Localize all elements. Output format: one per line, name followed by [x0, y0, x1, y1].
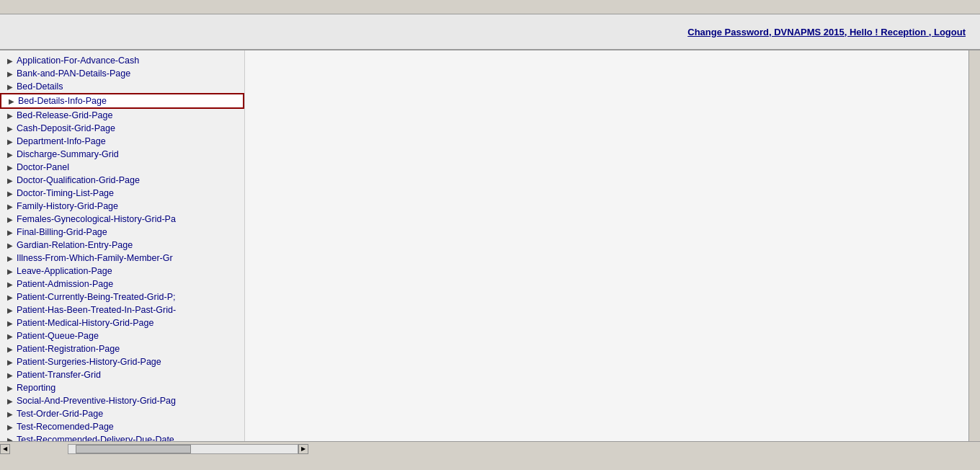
sidebar-item-test-recommended-delivery-due-date[interactable]: ▶Test-Recommended-Delivery-Due-Date [0, 433, 244, 441]
sidebar-item-test-recomended-page[interactable]: ▶Test-Recomended-Page [0, 420, 244, 433]
chevron-right-icon: ▶ [7, 57, 13, 65]
chevron-right-icon: ▶ [7, 83, 13, 91]
chevron-right-icon: ▶ [7, 125, 13, 133]
sidebar-item-label: Reporting [17, 383, 55, 393]
sidebar-item-department-info-page[interactable]: ▶Department-Info-Page [0, 135, 244, 148]
sidebar-item-label: Application-For-Advance-Cash [17, 56, 139, 66]
sidebar-item-test-order-grid-page[interactable]: ▶Test-Order-Grid-Page [0, 407, 244, 420]
bottom-scrollbar: ◀ ▶ [0, 441, 980, 456]
sidebar: ▶Application-For-Advance-Cash▶Bank-and-P… [0, 50, 245, 441]
sidebar-item-label: Patient-Registration-Page [17, 344, 120, 354]
horizontal-scrollbar-thumb[interactable] [76, 445, 191, 453]
sidebar-item-label: Department-Info-Page [17, 136, 106, 146]
chevron-right-icon: ▶ [7, 229, 13, 236]
header-links[interactable]: Change Password, DVNAPMS 2015, Hello ! R… [687, 27, 966, 37]
chevron-right-icon: ▶ [7, 436, 13, 442]
chevron-right-icon: ▶ [7, 203, 13, 210]
chevron-right-icon: ▶ [7, 423, 13, 431]
main-area: ▶Application-For-Advance-Cash▶Bank-and-P… [0, 50, 980, 441]
sidebar-item-females-gynecological-history-grid-page[interactable]: ▶Females-Gynecological-History-Grid-Pa [0, 213, 244, 226]
sidebar-item-label: Doctor-Qualification-Grid-Page [17, 175, 140, 185]
sidebar-item-family-history-grid-page[interactable]: ▶Family-History-Grid-Page [0, 200, 244, 213]
sidebar-item-gardian-relation-entry-page[interactable]: ▶Gardian-Relation-Entry-Page [0, 239, 244, 252]
sidebar-item-label: Test-Recommended-Delivery-Due-Date [17, 435, 174, 441]
scroll-right-arrow[interactable]: ▶ [298, 444, 308, 454]
sidebar-item-label: Patient-Queue-Page [17, 331, 99, 341]
horizontal-scrollbar-track[interactable] [68, 444, 298, 454]
sidebar-item-cash-deposit-grid-page[interactable]: ▶Cash-Deposit-Grid-Page [0, 122, 244, 135]
chevron-right-icon: ▶ [7, 70, 13, 78]
sidebar-item-label: Family-History-Grid-Page [17, 201, 118, 211]
chevron-right-icon: ▶ [7, 177, 13, 185]
sidebar-item-discharge-summary-grid[interactable]: ▶Discharge-Summary-Grid [0, 148, 244, 161]
chevron-right-icon: ▶ [7, 293, 13, 301]
chevron-right-icon: ▶ [7, 138, 13, 146]
chevron-right-icon: ▶ [7, 164, 13, 172]
sidebar-item-label: Patient-Currently-Being-Treated-Grid-P; [17, 292, 175, 302]
chevron-right-icon: ▶ [7, 371, 13, 379]
chevron-right-icon: ▶ [7, 216, 13, 223]
sidebar-item-bank-and-pan-details-page[interactable]: ▶Bank-and-PAN-Details-Page [0, 67, 244, 80]
sidebar-item-label: Bed-Release-Grid-Page [17, 110, 112, 120]
chevron-right-icon: ▶ [7, 358, 13, 366]
sidebar-item-patient-admission-page[interactable]: ▶Patient-Admission-Page [0, 278, 244, 291]
scroll-left-arrow[interactable]: ◀ [0, 444, 10, 454]
sidebar-item-label: Bed-Details-Info-Page [18, 96, 107, 106]
sidebar-item-label: Discharge-Summary-Grid [17, 149, 119, 159]
sidebar-item-patient-medical-history-grid-page[interactable]: ▶Patient-Medical-History-Grid-Page [0, 316, 244, 329]
content-area [245, 50, 968, 441]
header-bar: Change Password, DVNAPMS 2015, Hello ! R… [0, 14, 980, 50]
sidebar-item-doctor-timing-list-page[interactable]: ▶Doctor-Timing-List-Page [0, 187, 244, 200]
right-scrollbar[interactable] [968, 50, 980, 441]
sidebar-item-label: Patient-Surgeries-History-Grid-Page [17, 357, 161, 367]
sidebar-item-patient-has-been-treated-in-past-grid[interactable]: ▶Patient-Has-Been-Treated-In-Past-Grid- [0, 303, 244, 316]
chevron-right-icon: ▶ [7, 332, 13, 340]
chevron-right-icon: ▶ [7, 267, 13, 275]
sidebar-item-doctor-qualification-grid-page[interactable]: ▶Doctor-Qualification-Grid-Page [0, 174, 244, 187]
sidebar-item-label: Test-Recomended-Page [17, 422, 114, 432]
sidebar-item-label: Bed-Details [17, 81, 63, 92]
chevron-right-icon: ▶ [7, 280, 13, 288]
chevron-right-icon: ▶ [7, 384, 13, 392]
chevron-right-icon: ▶ [7, 254, 13, 262]
chevron-right-icon: ▶ [7, 151, 13, 159]
chevron-right-icon: ▶ [7, 190, 13, 198]
chevron-right-icon: ▶ [7, 345, 13, 353]
sidebar-item-label: Patient-Medical-History-Grid-Page [17, 318, 153, 328]
sidebar-item-application-for-advance-cash[interactable]: ▶Application-For-Advance-Cash [0, 54, 244, 67]
sidebar-item-bed-release-grid-page[interactable]: ▶Bed-Release-Grid-Page [0, 109, 244, 122]
sidebar-item-label: Social-And-Preventive-History-Grid-Pag [17, 396, 176, 406]
chevron-right-icon: ▶ [7, 410, 13, 418]
sidebar-item-label: Cash-Deposit-Grid-Page [17, 123, 115, 133]
sidebar-item-patient-currently-being-treated-grid[interactable]: ▶Patient-Currently-Being-Treated-Grid-P; [0, 291, 244, 303]
sidebar-item-label: Patient-Admission-Page [17, 279, 113, 289]
sidebar-item-label: Leave-Application-Page [17, 266, 112, 276]
sidebar-item-patient-surgeries-history-grid-page[interactable]: ▶Patient-Surgeries-History-Grid-Page [0, 355, 244, 368]
sidebar-item-reporting[interactable]: ▶Reporting [0, 381, 244, 394]
sidebar-item-doctor-panel[interactable]: ▶Doctor-Panel [0, 161, 244, 174]
sidebar-item-label: Doctor-Panel [17, 162, 69, 172]
sidebar-item-illness-from-which-family-member[interactable]: ▶Illness-From-Which-Family-Member-Gr [0, 252, 244, 265]
top-scrollbar [0, 0, 980, 14]
sidebar-item-label: Gardian-Relation-Entry-Page [17, 240, 133, 250]
sidebar-item-patient-registration-page[interactable]: ▶Patient-Registration-Page [0, 342, 244, 355]
sidebar-item-final-billing-grid-page[interactable]: ▶Final-Billing-Grid-Page [0, 226, 244, 239]
sidebar-item-patient-queue-page[interactable]: ▶Patient-Queue-Page [0, 329, 244, 342]
chevron-right-icon: ▶ [7, 241, 13, 249]
sidebar-item-patient-transfer-grid[interactable]: ▶Patient-Transfer-Grid [0, 368, 244, 381]
sidebar-item-label: Patient-Has-Been-Treated-In-Past-Grid- [17, 305, 176, 315]
sidebar-item-label: Females-Gynecological-History-Grid-Pa [17, 214, 176, 224]
chevron-right-icon: ▶ [7, 306, 13, 314]
chevron-right-icon: ▶ [7, 397, 13, 405]
sidebar-item-label: Bank-and-PAN-Details-Page [17, 68, 130, 79]
sidebar-item-label: Final-Billing-Grid-Page [17, 227, 107, 237]
sidebar-item-label: Illness-From-Which-Family-Member-Gr [17, 253, 173, 263]
chevron-right-icon: ▶ [7, 112, 13, 120]
sidebar-item-bed-details-info-page[interactable]: ▶Bed-Details-Info-Page [0, 93, 244, 109]
sidebar-item-social-and-preventive-history-grid-page[interactable]: ▶Social-And-Preventive-History-Grid-Pag [0, 394, 244, 407]
sidebar-item-leave-application-page[interactable]: ▶Leave-Application-Page [0, 265, 244, 278]
sidebar-item-bed-details[interactable]: ▶Bed-Details [0, 80, 244, 93]
sidebar-item-label: Doctor-Timing-List-Page [17, 188, 114, 198]
sidebar-item-label: Patient-Transfer-Grid [17, 370, 101, 380]
chevron-right-icon: ▶ [7, 319, 13, 327]
